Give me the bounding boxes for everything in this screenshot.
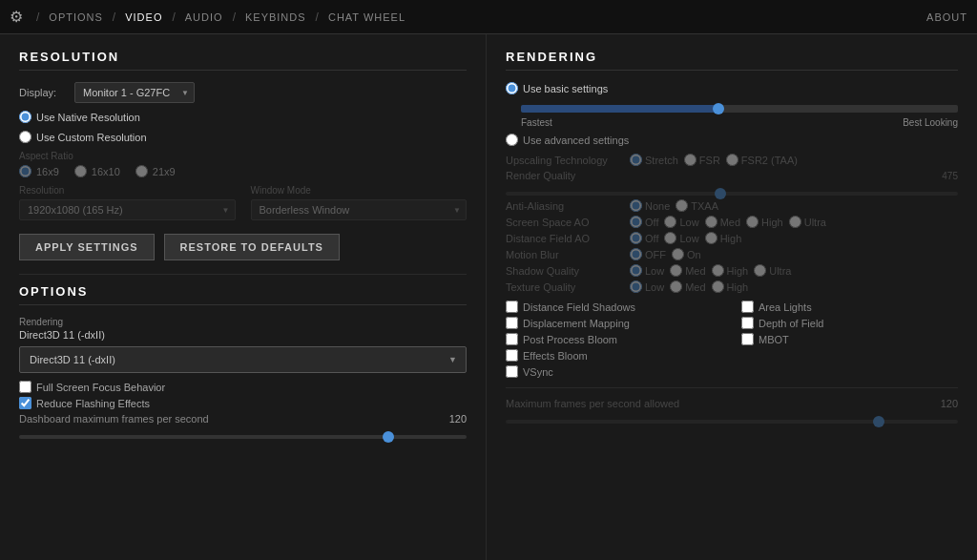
motion-blur-row: Motion Blur OFF On [506, 248, 958, 260]
gear-icon: ⚙ [10, 8, 23, 26]
res-window-row: Resolution 1920x1080 (165 Hz) Window Mod… [19, 185, 467, 220]
distance-ao-row: Distance Field AO Off Low High [506, 232, 958, 244]
reduce-flash-checkbox[interactable] [19, 397, 31, 409]
distance-ao-label: Distance Field AO [506, 233, 630, 244]
quality-slider[interactable] [521, 105, 958, 113]
anti-aliasing-label: Anti-Aliasing [506, 200, 630, 212]
aspect-label: Aspect Ratio [19, 151, 467, 161]
render-quality-row: Render Quality 475 [506, 170, 958, 181]
resolution-title: RESOLUTION [19, 50, 467, 71]
fullscreen-checkbox-row[interactable]: Full Screen Focus Behavior [19, 381, 467, 393]
max-fps-slider [506, 420, 958, 424]
reduce-flash-label: Reduce Flashing Effects [36, 398, 150, 409]
right-panel: RENDERING Use basic settings Fastest Bes… [487, 34, 977, 560]
native-radio-group[interactable]: Use Native Resolution [19, 111, 467, 123]
apply-settings-button[interactable]: APPLY SETTINGS [19, 234, 155, 260]
window-col: Window Mode Borderless Window [251, 185, 468, 220]
nav-keybinds[interactable]: KEYBINDS [241, 11, 310, 23]
texture-quality-row: Texture Quality Low Med High [506, 280, 958, 293]
disabled-section: Aspect Ratio 16x9 16x10 21x9 Resolution … [19, 151, 467, 220]
window-label: Window Mode [251, 185, 468, 196]
resolution-select: 1920x1080 (165 Hz) [19, 199, 236, 220]
fullscreen-checkbox[interactable] [19, 381, 31, 393]
resolution-col: Resolution 1920x1080 (165 Hz) [19, 185, 236, 220]
dashboard-fps-value: 120 [438, 413, 467, 425]
custom-radio-label: Use Custom Resolution [36, 132, 147, 143]
rendering-select-wrapper[interactable]: Direct3D 11 (-dxII) [19, 346, 467, 373]
native-radio-label: Use Native Resolution [36, 112, 140, 123]
display-label: Display: [19, 87, 67, 98]
render-quality-label: Render Quality [506, 170, 630, 181]
rendering-select[interactable]: Direct3D 11 (-dxII) [19, 346, 467, 373]
advanced-settings-label: Use advanced settings [523, 135, 629, 146]
fastest-label: Fastest [521, 117, 552, 128]
resolution-label: Resolution [19, 185, 236, 196]
displacement-mapping-checkbox[interactable]: Displacement Mapping [506, 317, 722, 329]
fullscreen-label: Full Screen Focus Behavior [36, 382, 165, 393]
quality-slider-labels: Fastest Best Looking [521, 117, 958, 128]
window-select: Borderless Window [251, 199, 468, 220]
mbot-checkbox[interactable]: MBOT [741, 333, 958, 345]
screen-ao-label: Screen Space AO [506, 217, 630, 228]
nav-options[interactable]: OPTIONS [45, 11, 107, 23]
advanced-section: Upscaling Technology Stretch FSR FSR2 (T… [506, 154, 958, 293]
distance-field-shadows-checkbox[interactable]: Distance Field Shadows [506, 301, 722, 313]
left-panel: RESOLUTION Display: Monitor 1 - G27FC Us… [0, 34, 487, 560]
reduce-flash-checkbox-row[interactable]: Reduce Flashing Effects [19, 397, 467, 409]
nav-video[interactable]: VIDEO [121, 11, 166, 23]
motion-blur-label: Motion Blur [506, 249, 630, 260]
vsync-checkbox[interactable]: VSync [506, 365, 722, 378]
depth-of-field-checkbox[interactable]: Depth of Field [741, 317, 958, 329]
window-select-wrapper: Borderless Window [251, 199, 468, 220]
dashboard-fps-label: Dashboard maximum frames per second [19, 413, 438, 425]
aspect-radio-group: 16x9 16x10 21x9 [19, 165, 467, 177]
advanced-settings-radio-group[interactable]: Use advanced settings [506, 134, 958, 146]
basic-settings-label: Use basic settings [523, 83, 608, 94]
effects-bloom-checkbox[interactable]: Effects Bloom [506, 349, 722, 362]
rendering-value: Direct3D 11 (-dxII) [19, 329, 467, 341]
advanced-settings-radio[interactable] [506, 134, 518, 146]
rendering-label: Rendering [19, 317, 467, 327]
shadow-quality-label: Shadow Quality [506, 265, 630, 277]
texture-quality-label: Texture Quality [506, 281, 630, 293]
top-nav: ⚙ / OPTIONS / VIDEO / AUDIO / KEYBINDS /… [0, 0, 977, 34]
max-fps-value: 120 [929, 398, 958, 409]
max-fps-row: Maximum frames per second allowed 120 [506, 398, 958, 409]
nav-about[interactable]: ABOUT [926, 11, 967, 23]
native-radio[interactable] [19, 111, 31, 123]
dashboard-fps-row: Dashboard maximum frames per second 120 [19, 413, 467, 425]
main-content: RESOLUTION Display: Monitor 1 - G27FC Us… [0, 34, 977, 560]
anti-aliasing-row: Anti-Aliasing None TXAA [506, 199, 958, 212]
max-fps-label: Maximum frames per second allowed [506, 398, 929, 409]
resolution-select-wrapper: 1920x1080 (165 Hz) [19, 199, 236, 220]
rendering-title: RENDERING [506, 50, 958, 71]
basic-settings-radio-group[interactable]: Use basic settings [506, 82, 958, 94]
upscaling-row: Upscaling Technology Stretch FSR FSR2 (T… [506, 154, 958, 166]
basic-slider-container: Fastest Best Looking [506, 102, 958, 128]
shadow-quality-row: Shadow Quality Low Med High Ultra [506, 264, 958, 277]
display-select[interactable]: Monitor 1 - G27FC [74, 82, 195, 103]
nav-audio[interactable]: AUDIO [181, 11, 227, 23]
best-looking-label: Best Looking [903, 117, 958, 128]
basic-settings-radio[interactable] [506, 82, 518, 94]
button-row: APPLY SETTINGS RESTORE TO DEFAULTS [19, 234, 467, 260]
screen-ao-row: Screen Space AO Off Low Med High Ultra [506, 216, 958, 228]
upscaling-label: Upscaling Technology [506, 155, 630, 166]
dashboard-fps-slider[interactable] [19, 435, 467, 439]
custom-radio[interactable] [19, 131, 31, 143]
nav-chat-wheel[interactable]: CHAT WHEEL [324, 11, 409, 23]
options-section: Rendering Direct3D 11 (-dxII) Direct3D 1… [19, 317, 467, 442]
render-quality-slider [506, 192, 958, 196]
custom-radio-group[interactable]: Use Custom Resolution [19, 131, 467, 143]
display-select-wrapper[interactable]: Monitor 1 - G27FC [74, 82, 195, 103]
checkbox-grid: Distance Field Shadows Area Lights Displ… [506, 301, 958, 378]
display-row: Display: Monitor 1 - G27FC [19, 82, 467, 103]
restore-defaults-button[interactable]: RESTORE TO DEFAULTS [164, 234, 340, 260]
area-lights-checkbox[interactable]: Area Lights [741, 301, 958, 313]
post-process-bloom-checkbox[interactable]: Post Process Bloom [506, 333, 722, 345]
options-title: OPTIONS [19, 284, 467, 305]
render-quality-value: 475 [630, 171, 958, 181]
